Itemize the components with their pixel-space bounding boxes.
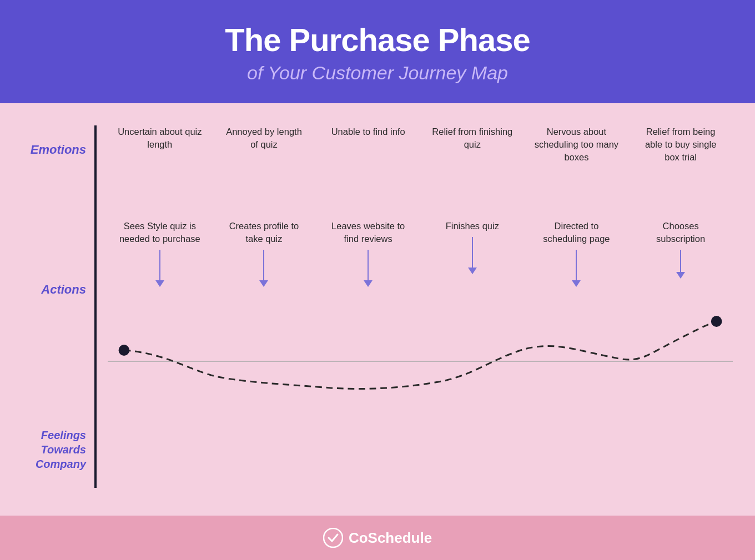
page-title: The Purchase Phase [11,22,744,58]
emotion-3: Unable to find info [325,125,411,138]
arrow-line-6 [680,250,681,272]
svg-point-1 [324,528,343,547]
action-1: Sees Style quiz is needed to purchase [117,220,203,287]
arrow-head-5 [572,280,581,287]
actions-label: Actions [22,282,94,298]
feelings-chart [108,295,733,395]
action-4-text: Finishes quiz [429,220,515,233]
arrow-head-4 [468,268,477,274]
journey-path [124,321,716,389]
left-labels: Emotions Actions FeelingsTowardsCompany [22,120,94,516]
journey-area: Emotions Actions FeelingsTowardsCompany … [22,120,733,516]
action-4: Finishes quiz [429,220,515,274]
arrow-head-2 [259,280,268,287]
action-2: Creates profile to take quiz [221,220,307,287]
action-5-text: Directed to scheduling page [533,220,620,245]
arrow-head-3 [364,280,373,287]
arrow-5 [533,250,620,287]
arrow-head-1 [155,280,164,287]
main-content: Emotions Actions FeelingsTowardsCompany … [0,103,755,516]
arrow-3 [325,250,411,287]
page-wrapper: The Purchase Phase of Your Customer Jour… [0,0,755,560]
vertical-divider [94,125,97,488]
emotion-5: Nervous about scheduling too many boxes [533,125,620,164]
end-dot [711,316,722,327]
graph-area [108,295,733,395]
start-dot [119,345,130,356]
arrow-line-1 [159,250,160,280]
action-3: Leaves website to find reviews [325,220,411,287]
arrow-line-4 [472,237,473,268]
arrow-line-2 [263,250,264,280]
emotion-4: Relief from finishing quiz [429,125,515,151]
emotion-6: Relief from being able to buy single box… [638,125,724,164]
feelings-label: FeelingsTowardsCompany [22,428,94,471]
emotions-row: Uncertain about quiz length Annoyed by l… [108,120,733,209]
arrow-1 [117,250,203,287]
actions-row: Sees Style quiz is needed to purchase Cr… [108,214,733,292]
arrow-line-5 [576,250,577,280]
emotion-2: Annoyed by length of quiz [221,125,307,151]
chart-area: Uncertain about quiz length Annoyed by l… [108,120,733,516]
footer-logo-text: CoSchedule [349,529,432,547]
action-5: Directed to scheduling page [533,220,620,287]
arrow-4 [429,237,515,274]
header: The Purchase Phase of Your Customer Jour… [0,0,755,103]
emotion-1: Uncertain about quiz length [117,125,203,151]
arrow-line-3 [368,250,369,280]
action-3-text: Leaves website to find reviews [325,220,411,245]
arrow-2 [221,250,307,287]
action-6: Chooses subscription [638,220,724,279]
action-6-text: Chooses subscription [638,220,724,245]
footer-logo: CoSchedule [323,528,432,548]
action-2-text: Creates profile to take quiz [221,220,307,245]
coschedule-icon [323,528,343,548]
footer: CoSchedule [0,516,755,560]
arrow-head-6 [676,272,685,279]
page-subtitle: of Your Customer Journey Map [11,62,744,84]
arrow-6 [638,250,724,279]
action-1-text: Sees Style quiz is needed to purchase [117,220,203,245]
emotions-label: Emotions [22,142,94,158]
